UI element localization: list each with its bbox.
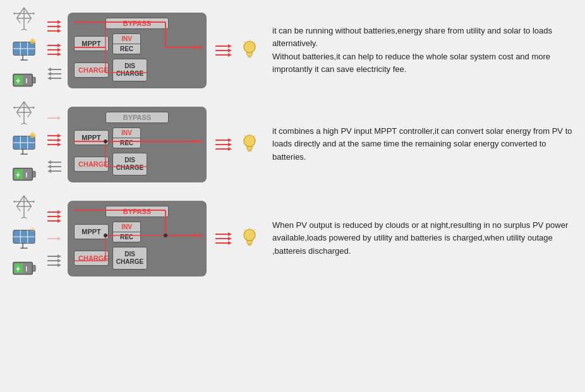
scenario-row-3: BYPASS MPPT INV REC CHARGE DISCHARGE	[6, 194, 579, 282]
svg-line-88	[24, 196, 31, 206]
svg-line-1	[24, 8, 31, 18]
svg-rect-24	[32, 77, 35, 83]
svg-line-42	[254, 41, 255, 42]
diagram-box-1: BYPASS MPPT INV REC CHARGE DISCHARGE	[68, 13, 207, 88]
svg-line-129	[244, 229, 245, 230]
svg-line-86	[244, 135, 245, 136]
inv-button-1: INV	[113, 34, 140, 44]
charge-button-2: CHARGE	[74, 157, 109, 172]
rec-button-1: REC	[113, 44, 140, 54]
battery-icon-3	[12, 256, 36, 282]
svg-line-11	[21, 29, 24, 30]
solar-icon-2	[12, 131, 36, 157]
svg-point-10	[32, 13, 34, 15]
svg-line-44	[16, 102, 23, 112]
left-connector-2	[47, 110, 61, 179]
svg-rect-109	[14, 263, 22, 273]
inv-button-2: INV	[113, 128, 140, 138]
discharge-button-2: DISCHARGE	[112, 153, 147, 175]
solar-icon-3	[12, 225, 36, 251]
charge-button-1: CHARGE	[74, 62, 109, 78]
svg-point-63	[30, 133, 35, 138]
diagram-box-3: BYPASS MPPT INV REC CHARGE DISCHARGE	[68, 201, 207, 276]
charge-button-3: CHARGE	[74, 251, 109, 266]
svg-point-19	[30, 39, 35, 44]
svg-line-43	[244, 41, 245, 42]
svg-line-87	[16, 196, 23, 206]
svg-point-81	[244, 135, 255, 146]
battery-icon-1	[12, 68, 36, 94]
svg-point-106	[30, 227, 35, 232]
svg-line-5	[16, 18, 20, 23]
description-1: it can be running without batteries,ener…	[267, 25, 579, 76]
bulb-icon-2	[238, 132, 261, 157]
bypass-row-2: BYPASS	[74, 112, 200, 123]
svg-line-22	[34, 39, 35, 40]
scenario-row-2: BYPASS MPPT INV REC CHARGE DISCHARGE	[6, 100, 579, 188]
mppt-button-2: MPPT	[74, 130, 109, 145]
solar-icon-1	[12, 37, 36, 63]
left-icons-3	[6, 194, 41, 282]
inv-button-3: INV	[113, 222, 140, 232]
inv-rec-box-3: INV REC	[112, 222, 141, 242]
bulb-icon-1	[238, 38, 261, 62]
svg-line-66	[34, 133, 35, 134]
scenario-row-1: BYPASS MPPT INV REC CHARGE DISCHARGE	[6, 6, 579, 94]
svg-rect-25	[14, 75, 22, 85]
svg-point-96	[13, 201, 15, 203]
left-connector-3	[47, 204, 61, 273]
svg-point-97	[32, 201, 34, 203]
svg-line-0	[16, 8, 23, 18]
right-arrow-bundle-3	[215, 232, 232, 245]
svg-point-9	[13, 13, 15, 15]
svg-line-55	[21, 123, 24, 124]
bypass-row-3: BYPASS	[74, 206, 200, 217]
discharge-button-3: DISCHARGE	[112, 247, 147, 270]
discharge-button-1: DISCHARGE	[112, 59, 147, 81]
mid-row-1: MPPT INV REC	[74, 33, 200, 54]
right-arrow-bundle-2	[215, 138, 232, 151]
svg-rect-108	[32, 265, 35, 271]
svg-line-6	[27, 18, 31, 23]
svg-line-93	[27, 206, 31, 211]
bypass-row-1: BYPASS	[74, 18, 200, 29]
diagram-box-2: BYPASS MPPT INV REC CHARGE DISCHARGE	[68, 107, 207, 182]
svg-rect-68	[32, 171, 35, 177]
left-connector-1	[47, 16, 61, 85]
bottom-row-3: CHARGE DISCHARGE	[74, 247, 200, 270]
tower-icon-1	[12, 6, 36, 32]
svg-line-49	[16, 112, 20, 117]
svg-line-56	[24, 123, 27, 124]
rec-button-3: REC	[113, 232, 140, 242]
svg-line-85	[254, 135, 255, 136]
mid-row-2: MPPT INV REC	[74, 128, 200, 148]
svg-rect-69	[14, 169, 22, 179]
svg-point-38	[244, 41, 255, 52]
left-icons-1	[6, 6, 41, 94]
svg-point-54	[32, 107, 34, 109]
svg-line-50	[27, 112, 31, 117]
description-2: it combines a high PV input MPPT control…	[267, 125, 579, 163]
mid-row-3: MPPT INV REC	[74, 222, 200, 242]
svg-line-99	[24, 217, 27, 218]
right-arrow-bundle-1	[215, 44, 232, 57]
bypass-button-1: BYPASS	[106, 18, 169, 29]
inv-rec-box-1: INV REC	[112, 33, 141, 54]
svg-line-12	[24, 29, 27, 30]
inv-rec-box-2: INV REC	[112, 128, 141, 148]
mppt-button-1: MPPT	[74, 36, 109, 51]
left-icons-2	[6, 100, 41, 188]
description-3: When PV output is reduced by clouds or a…	[267, 219, 579, 257]
tower-icon-3	[12, 194, 36, 220]
bypass-button-3: BYPASS	[106, 206, 169, 217]
svg-line-98	[21, 217, 24, 218]
bypass-button-2: BYPASS	[106, 112, 169, 123]
bulb-icon-3	[238, 226, 261, 251]
svg-point-53	[13, 107, 15, 109]
rec-button-2: REC	[113, 138, 140, 148]
svg-line-128	[254, 229, 255, 230]
bottom-row-1: CHARGE DISCHARGE	[74, 59, 200, 81]
svg-line-45	[24, 102, 31, 112]
svg-line-92	[16, 206, 20, 211]
bottom-row-2: CHARGE DISCHARGE	[74, 153, 200, 175]
